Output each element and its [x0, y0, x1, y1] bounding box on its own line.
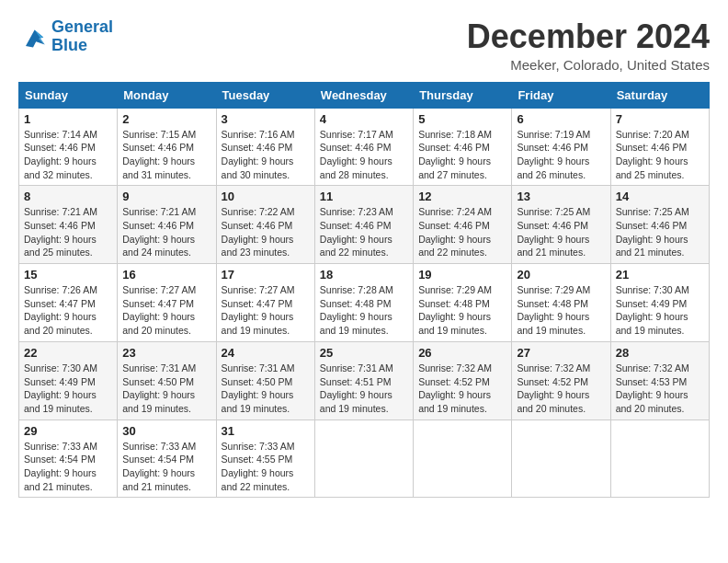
day-number: 2: [122, 112, 210, 126]
day-info: Sunrise: 7:32 AMSunset: 4:52 PMDaylight:…: [517, 362, 605, 416]
calendar-cell: 14Sunrise: 7:25 AMSunset: 4:46 PMDayligh…: [610, 186, 709, 264]
calendar-header-row: SundayMondayTuesdayWednesdayThursdayFrid…: [19, 82, 710, 108]
day-of-week-header: Friday: [512, 82, 610, 108]
calendar-cell: 2Sunrise: 7:15 AMSunset: 4:46 PMDaylight…: [118, 108, 216, 186]
day-info: Sunrise: 7:30 AMSunset: 4:49 PMDaylight:…: [24, 362, 112, 416]
day-number: 8: [24, 190, 112, 203]
day-number: 28: [616, 346, 704, 360]
calendar-cell: 1Sunrise: 7:14 AMSunset: 4:46 PMDaylight…: [19, 108, 118, 186]
day-info: Sunrise: 7:33 AMSunset: 4:55 PMDaylight:…: [222, 440, 310, 494]
day-info: Sunrise: 7:22 AMSunset: 4:46 PMDaylight:…: [222, 205, 310, 259]
calendar-week-row: 1Sunrise: 7:14 AMSunset: 4:46 PMDaylight…: [19, 108, 710, 186]
svg-marker-0: [26, 29, 45, 47]
day-info: Sunrise: 7:23 AMSunset: 4:46 PMDaylight:…: [320, 205, 408, 259]
calendar-cell: 26Sunrise: 7:32 AMSunset: 4:52 PMDayligh…: [414, 341, 512, 419]
calendar-body: 1Sunrise: 7:14 AMSunset: 4:46 PMDaylight…: [19, 108, 710, 498]
day-number: 26: [418, 346, 506, 360]
logo-icon: [18, 24, 48, 50]
day-info: Sunrise: 7:29 AMSunset: 4:48 PMDaylight:…: [418, 283, 506, 338]
calendar-cell: 30Sunrise: 7:33 AMSunset: 4:54 PMDayligh…: [118, 419, 216, 498]
calendar-cell: 20Sunrise: 7:29 AMSunset: 4:48 PMDayligh…: [512, 264, 610, 342]
calendar-cell: 12Sunrise: 7:24 AMSunset: 4:46 PMDayligh…: [414, 186, 512, 264]
calendar-cell: 3Sunrise: 7:16 AMSunset: 4:46 PMDaylight…: [216, 108, 314, 186]
calendar-cell: 6Sunrise: 7:19 AMSunset: 4:46 PMDaylight…: [512, 108, 610, 186]
day-of-week-header: Thursday: [414, 82, 512, 108]
calendar-cell: 5Sunrise: 7:18 AMSunset: 4:46 PMDaylight…: [414, 108, 512, 186]
calendar-cell: 21Sunrise: 7:30 AMSunset: 4:49 PMDayligh…: [610, 264, 709, 342]
calendar-cell: 18Sunrise: 7:28 AMSunset: 4:48 PMDayligh…: [314, 264, 413, 342]
day-number: 5: [418, 112, 506, 126]
day-of-week-header: Tuesday: [216, 82, 314, 108]
calendar-cell: 17Sunrise: 7:27 AMSunset: 4:47 PMDayligh…: [216, 264, 314, 342]
calendar-cell: [610, 419, 709, 498]
day-number: 24: [222, 346, 310, 360]
day-info: Sunrise: 7:31 AMSunset: 4:50 PMDaylight:…: [222, 362, 310, 416]
day-info: Sunrise: 7:32 AMSunset: 4:53 PMDaylight:…: [616, 362, 704, 416]
day-info: Sunrise: 7:31 AMSunset: 4:50 PMDaylight:…: [122, 362, 210, 416]
calendar-cell: 25Sunrise: 7:31 AMSunset: 4:51 PMDayligh…: [314, 341, 413, 419]
day-info: Sunrise: 7:31 AMSunset: 4:51 PMDaylight:…: [320, 362, 408, 416]
day-of-week-header: Sunday: [19, 82, 118, 108]
calendar-cell: [512, 419, 610, 498]
day-info: Sunrise: 7:32 AMSunset: 4:52 PMDaylight:…: [418, 362, 506, 416]
calendar-cell: 7Sunrise: 7:20 AMSunset: 4:46 PMDaylight…: [610, 108, 709, 186]
calendar-cell: [314, 419, 413, 498]
day-number: 31: [222, 424, 310, 438]
day-info: Sunrise: 7:33 AMSunset: 4:54 PMDaylight:…: [24, 440, 112, 494]
day-number: 14: [616, 190, 704, 203]
logo: General Blue: [18, 18, 113, 55]
day-number: 1: [24, 112, 112, 126]
calendar-cell: [414, 419, 512, 498]
day-number: 25: [320, 346, 408, 360]
day-info: Sunrise: 7:25 AMSunset: 4:46 PMDaylight:…: [616, 205, 704, 259]
day-info: Sunrise: 7:17 AMSunset: 4:46 PMDaylight:…: [320, 128, 408, 182]
day-info: Sunrise: 7:26 AMSunset: 4:47 PMDaylight:…: [24, 283, 112, 338]
day-info: Sunrise: 7:18 AMSunset: 4:46 PMDaylight:…: [418, 128, 506, 182]
day-info: Sunrise: 7:19 AMSunset: 4:46 PMDaylight:…: [517, 128, 605, 182]
calendar-week-row: 15Sunrise: 7:26 AMSunset: 4:47 PMDayligh…: [19, 264, 710, 342]
day-info: Sunrise: 7:20 AMSunset: 4:46 PMDaylight:…: [616, 128, 704, 182]
calendar-cell: 31Sunrise: 7:33 AMSunset: 4:55 PMDayligh…: [216, 419, 314, 498]
calendar-week-row: 29Sunrise: 7:33 AMSunset: 4:54 PMDayligh…: [19, 419, 710, 498]
day-number: 12: [418, 190, 506, 203]
day-info: Sunrise: 7:16 AMSunset: 4:46 PMDaylight:…: [222, 128, 310, 182]
day-number: 10: [222, 190, 310, 203]
location: Meeker, Colorado, United States: [467, 57, 710, 73]
page-header: General Blue December 2024 Meeker, Color…: [18, 18, 710, 73]
day-number: 7: [616, 112, 704, 126]
calendar-week-row: 8Sunrise: 7:21 AMSunset: 4:46 PMDaylight…: [19, 186, 710, 264]
day-number: 17: [222, 268, 310, 282]
day-number: 16: [122, 268, 210, 282]
day-number: 19: [418, 268, 506, 282]
day-number: 11: [320, 190, 408, 203]
calendar-cell: 22Sunrise: 7:30 AMSunset: 4:49 PMDayligh…: [19, 341, 118, 419]
day-info: Sunrise: 7:28 AMSunset: 4:48 PMDaylight:…: [320, 283, 408, 338]
calendar-cell: 15Sunrise: 7:26 AMSunset: 4:47 PMDayligh…: [19, 264, 118, 342]
day-number: 13: [517, 190, 605, 203]
calendar-cell: 11Sunrise: 7:23 AMSunset: 4:46 PMDayligh…: [314, 186, 413, 264]
day-of-week-header: Wednesday: [314, 82, 413, 108]
calendar-cell: 8Sunrise: 7:21 AMSunset: 4:46 PMDaylight…: [19, 186, 118, 264]
day-number: 18: [320, 268, 408, 282]
logo-text: General Blue: [51, 18, 113, 55]
day-number: 15: [24, 268, 112, 282]
day-number: 23: [122, 346, 210, 360]
calendar-cell: 4Sunrise: 7:17 AMSunset: 4:46 PMDaylight…: [314, 108, 413, 186]
calendar-cell: 9Sunrise: 7:21 AMSunset: 4:46 PMDaylight…: [118, 186, 216, 264]
day-info: Sunrise: 7:14 AMSunset: 4:46 PMDaylight:…: [24, 128, 112, 182]
calendar-cell: 19Sunrise: 7:29 AMSunset: 4:48 PMDayligh…: [414, 264, 512, 342]
day-number: 3: [222, 112, 310, 126]
day-info: Sunrise: 7:21 AMSunset: 4:46 PMDaylight:…: [122, 205, 210, 259]
calendar-cell: 29Sunrise: 7:33 AMSunset: 4:54 PMDayligh…: [19, 419, 118, 498]
day-of-week-header: Saturday: [610, 82, 709, 108]
calendar-week-row: 22Sunrise: 7:30 AMSunset: 4:49 PMDayligh…: [19, 341, 710, 419]
day-number: 4: [320, 112, 408, 126]
calendar-cell: 23Sunrise: 7:31 AMSunset: 4:50 PMDayligh…: [118, 341, 216, 419]
day-info: Sunrise: 7:33 AMSunset: 4:54 PMDaylight:…: [122, 440, 210, 494]
calendar-cell: 27Sunrise: 7:32 AMSunset: 4:52 PMDayligh…: [512, 341, 610, 419]
day-number: 21: [616, 268, 704, 282]
day-number: 9: [122, 190, 210, 203]
day-number: 30: [122, 424, 210, 438]
calendar-cell: 28Sunrise: 7:32 AMSunset: 4:53 PMDayligh…: [610, 341, 709, 419]
calendar-cell: 13Sunrise: 7:25 AMSunset: 4:46 PMDayligh…: [512, 186, 610, 264]
